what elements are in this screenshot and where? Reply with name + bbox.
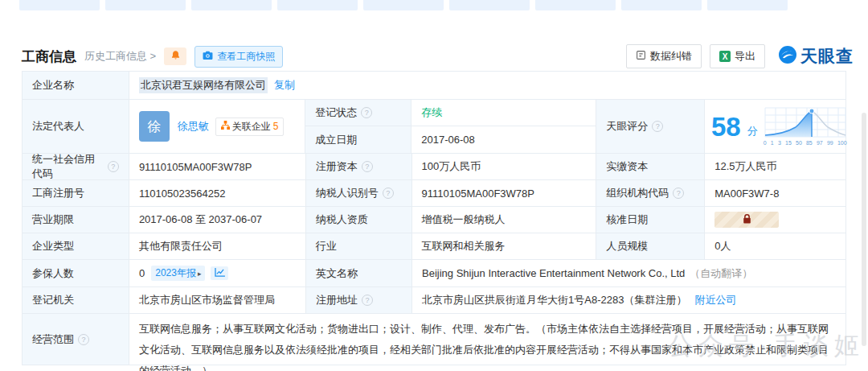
related-companies-badge[interactable]: 关联企业 5 [215,117,285,136]
company-type-label: 企业类型 [23,233,129,260]
industry-label: 行业 [306,233,412,260]
score-cell[interactable]: 58 分 [705,100,846,154]
help-icon[interactable]: ? [383,188,394,199]
nearby-companies-link[interactable]: 附近公司 [694,293,736,307]
help-icon[interactable]: ? [362,161,373,172]
reg-status-value-cell: 存续 [411,100,596,126]
related-companies-count: 5 [273,121,279,132]
english-name-label: 英文名称 [306,260,412,287]
org-code-label-cell: 组织机构代码 ? [596,180,705,207]
lock-icon [743,214,751,226]
reg-authority-value: 北京市房山区市场监督管理局 [129,287,306,314]
related-companies-label: 关联企业 [232,120,271,134]
insured-trend-button[interactable] [211,266,228,280]
legal-rep-name-link[interactable]: 徐思敏 [178,119,209,134]
company-name: 北京识君互娱网络有限公司 [139,77,268,93]
correction-icon [636,50,646,63]
table-row: 参保人数 0 2023年报▸ 英文名称 Beijing Shijun Inter… [23,260,846,287]
nav-tab[interactable] [707,0,788,10]
nav-tab[interactable] [105,0,186,10]
business-term-label: 营业期限 [23,207,129,233]
uscc-label-cell: 统一社会信用代码 ? [23,154,129,180]
staff-size-label: 人员规模 [596,233,705,260]
uscc-label: 统一社会信用代码 [32,152,104,181]
nav-tab[interactable] [449,0,530,10]
company-type-value: 其他有限责任公司 [129,233,306,260]
score-label-cell: 天眼评分 ? [596,100,705,154]
industry-value: 互联网和相关服务 [412,233,597,260]
table-row: 法定代表人 徐 徐思敏 关联企业 5 登记状态 ? [23,100,846,154]
staff-size-value: 0人 [705,233,846,260]
view-snapshot-label: 查看工商快照 [217,50,275,64]
tianyancha-logo-icon [778,45,797,68]
data-correction-button[interactable]: 数据纠错 [626,44,702,68]
org-chart-icon [221,121,230,132]
help-icon[interactable]: ? [108,161,119,172]
org-code-value: MA00F3W7-8 [705,180,846,207]
legal-rep-cell: 徐 徐思敏 关联企业 5 [129,100,306,154]
help-icon[interactable]: ? [652,121,663,132]
subscribe-bell-button[interactable] [164,47,186,65]
reg-number-value: 110105023564252 [129,180,306,207]
nav-tab[interactable] [277,0,358,10]
view-snapshot-button[interactable]: 查看工商快照 [194,46,283,68]
uscc-value: 91110105MA00F3W78P [129,154,306,180]
business-info-page: 工商信息 历史工商信息 > 查看工商快照 数据纠错 [0,0,868,371]
english-name-cell: Beijing Shijun Interactive Entertainment… [412,260,846,287]
score-value: 58 [711,113,741,140]
locked-value[interactable] [714,212,779,228]
score-unit: 分 [747,124,758,138]
help-icon[interactable]: ? [362,295,373,306]
camera-icon [203,51,213,63]
help-icon[interactable]: ? [361,107,372,118]
business-scope-value: 互联网信息服务；从事互联网文化活动；货物进出口；设计、制作、代理、发布广告。（市… [129,314,846,365]
bell-icon [170,49,181,64]
table-row: 企业名称 北京识君互娱网络有限公司 复制 [23,72,846,100]
taxpayer-quali-label: 纳税人资质 [306,207,412,233]
auto-translate-note: （自动翻译） [690,266,752,281]
est-date-label: 成立日期 [305,126,411,154]
section-header: 工商信息 历史工商信息 > 查看工商快照 数据纠错 [22,43,854,69]
help-icon[interactable]: ? [78,334,89,345]
approval-date-value-cell [705,207,846,233]
help-icon[interactable]: ? [673,188,684,199]
export-button[interactable]: X 导出 [710,44,765,68]
nav-tab[interactable] [363,0,444,10]
org-code-label: 组织机构代码 [606,186,669,200]
paid-capital-label: 实缴资本 [596,154,705,180]
scrollbar-thumb[interactable] [862,113,866,346]
legal-rep-avatar[interactable]: 徐 [139,111,170,142]
reg-address-value: 北京市房山区拱辰街道月华大街1号A8-2283（集群注册） [422,293,686,307]
insured-cell: 0 2023年报▸ [129,260,306,287]
score-distribution-chart: 0131550859799100 [764,107,847,146]
nav-tab[interactable] [191,0,272,10]
business-scope-label: 经营范围 [32,332,74,347]
table-row: 营业期限 2017-06-08 至 2037-06-07 纳税人资质 增值税一般… [23,207,846,233]
nav-tab[interactable] [535,0,616,10]
table-row: 经营范围 ? 互联网信息服务；从事互联网文化活动；货物进出口；设计、制作、代理、… [23,314,846,365]
reg-capital-label-cell: 注册资本 ? [306,154,412,180]
paid-capital-value: 12.5万人民币 [705,154,846,180]
data-correction-label: 数据纠错 [650,49,692,64]
reg-capital-label: 注册资本 [316,159,358,174]
nav-tab[interactable] [19,0,100,10]
reg-authority-label: 登记机关 [23,287,129,314]
export-label: 导出 [735,49,755,64]
reg-status-value: 存续 [421,105,442,120]
english-name-value: Beijing Shijun Interactive Entertainment… [422,267,685,279]
nav-tab[interactable] [621,0,702,10]
business-scope-label-cell: 经营范围 ? [23,314,129,365]
annual-report-chip[interactable]: 2023年报▸ [151,266,205,281]
table-row: 工商注册号 110105023564252 纳税人识别号 ? 91110105M… [23,180,846,207]
insured-label: 参保人数 [23,260,129,287]
legal-rep-label: 法定代表人 [23,100,129,154]
business-term-value: 2017-06-08 至 2037-06-07 [129,207,306,233]
copy-button[interactable]: 复制 [274,78,295,93]
table-row: 登记机关 北京市房山区市场监督管理局 注册地址 ? 北京市房山区拱辰街道月华大街… [23,287,846,314]
taxpayer-id-value: 91110105MA00F3W78P [412,180,597,207]
reg-number-label: 工商注册号 [23,180,129,207]
history-info-link[interactable]: 历史工商信息 > [84,49,156,64]
reg-capital-value: 100万人民币 [412,154,597,180]
tianyancha-logo-text: 天眼查 [800,45,854,68]
reg-address-label-cell: 注册地址 ? [306,287,412,314]
